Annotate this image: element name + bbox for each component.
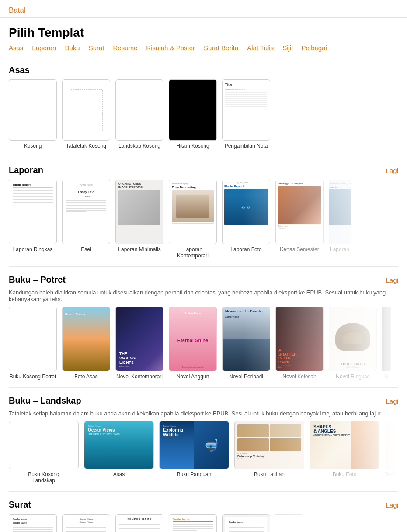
template-novel-anggun[interactable]: Tap or click to add a subtitle Author Na… [169, 307, 217, 380]
buku-landskap-section: Buku – Landskap Lagi Tataletak setiap ha… [0, 388, 407, 491]
template-buku-kosong-potret[interactable]: Buku Kosong Potret [9, 307, 57, 380]
template-landskap-kosong[interactable]: Landskap Kosong [115, 79, 163, 149]
laporan-minimalis-thumb: ORGANIC FORMSIN ARCHITECTURE [115, 180, 163, 244]
template-surat-sender[interactable]: SENDER NAME Sender Name [115, 514, 163, 532]
template-pengambilan-nota[interactable]: Title Wednesday, Nov 15 2011 Pengambilan… [222, 79, 270, 149]
template-buku-partial[interactable]: N [382, 307, 391, 380]
surat-elegance-thumb: Sender NameSender Name [62, 514, 110, 532]
buku-latihan-label: Buku Latihan [254, 471, 285, 477]
template-buku-foto[interactable]: SHAPES& ANGLES ARCHITECTURAL PHOTOGRAPHY… [310, 421, 379, 484]
template-novel-kontemporari[interactable]: THEWAKINGLIGHTS Author Name Novel Kontem… [115, 307, 163, 380]
asas-section-title: Asas [9, 65, 30, 75]
template-buku-asas[interactable]: Author Name Ocean Views Highlights From … [84, 421, 154, 484]
laporan-ringkas-thumb: Simple Report [9, 180, 57, 244]
template-surat-elegance[interactable]: Sender NameSender Name Elegance [62, 514, 110, 532]
template-laporan-kontemporari[interactable]: Simple Home Styling Easy Decorating Lapo… [169, 180, 217, 259]
surat-orange-thumb: Sender Name [169, 514, 217, 532]
nav-risalah[interactable]: Risalah & Poster [146, 44, 195, 52]
template-novel-ringkas[interactable]: A Book of THREE TALES AUTHOR NAME Novel … [329, 307, 377, 380]
buku-partial-label: N [385, 373, 389, 380]
template-hitam-kosong[interactable]: Hitam Kosong [169, 79, 217, 149]
buku-potret-subtitle: Kandungan boleh dialirkan semula untuk d… [9, 289, 398, 302]
laporan-kontemporari-thumb: Simple Home Styling Easy Decorating [169, 180, 217, 244]
template-surat-minimal[interactable]: Sender Name Minimal [222, 514, 270, 532]
buku-foto-thumb: SHAPES& ANGLES ARCHITECTURAL PHOTOGRAPHY [310, 421, 379, 469]
template-laporan-foto[interactable]: Author Name — April 04, 0000 Photo Repor… [222, 180, 270, 259]
pengambilan-nota-label: Pengambilan Nota [225, 143, 268, 149]
novel-kontemporari-thumb: THEWAKINGLIGHTS Author Name [115, 307, 163, 371]
template-resipi-partial[interactable]: Resipi [385, 421, 398, 484]
surat-section: Surat Lagi Sender Name Sender Name Asas [0, 492, 407, 532]
foto-asas-thumb: Author Name Desert Dunes [62, 307, 110, 371]
novel-anggun-label: Novel Anggun [177, 373, 209, 380]
laporan-foto-thumb: Author Name — April 04, 0000 Photo Repor… [222, 180, 270, 244]
template-novel-kelesah[interactable]: ASHATTERIN THEDARK AUTHOR NAME Action No… [275, 307, 324, 380]
nota-thumb: Title Wednesday, Nov 15 2011 [222, 79, 270, 141]
buku-potret-section: Buku – Potret Lagi Kandungan boleh diali… [0, 267, 407, 387]
resipi-partial-thumb [385, 421, 398, 469]
landskap-thumb [115, 79, 163, 141]
laporan-partial-label: Laporan [330, 246, 349, 252]
novel-peribadi-label: Novel Peribadi [229, 373, 263, 380]
buku-potret-title: Buku – Potret [9, 275, 66, 285]
template-kertas-semester[interactable]: Geology 101 Report Author NameFall 2014 … [275, 180, 324, 259]
template-laporan-ringkas[interactable]: Simple Report Laporan Ringkas [9, 180, 57, 259]
novel-kontemporari-label: Novel Kontemporari [116, 373, 163, 380]
template-laporan-partial[interactable]: Author Name — Olmsted, 1995 A Voyage to … [329, 180, 351, 259]
surat-classic-thumb: Sender Name [275, 514, 302, 532]
buku-kosong-landskap-label: Buku Kosong Landskap [20, 471, 68, 484]
asas-section: Asas Kosong Tataletak Kosong Landskap Ko… [0, 57, 407, 157]
nav-buku[interactable]: Buku [65, 44, 80, 52]
template-esei[interactable]: Author Name Essay Title Subtitle Esei [62, 180, 110, 259]
buku-latihan-thumb: BCM Edition Bakeshop Training The Basics [234, 421, 304, 469]
laporan-templates-row: Simple Report Laporan Ringkas Author Nam… [9, 180, 398, 262]
surat-section-title: Surat [9, 500, 31, 510]
nav-asas[interactable]: Asas [9, 44, 23, 52]
hitam-thumb [169, 79, 217, 141]
laporan-minimalis-label: Laporan Minimalis [118, 246, 160, 252]
template-laporan-minimalis[interactable]: ORGANIC FORMSIN ARCHITECTURE Laporan Min… [115, 180, 163, 259]
esei-thumb: Author Name Essay Title Subtitle [62, 180, 110, 244]
template-surat-asas[interactable]: Sender Name Sender Name Asas [9, 514, 57, 532]
template-buku-panduan[interactable]: Author Name ExploringWildlife 🤿 Buku Pan… [159, 421, 229, 484]
surat-sender-thumb: SENDER NAME [115, 514, 163, 532]
buku-potret-more[interactable]: Lagi [386, 276, 398, 284]
tataletak-kosong-label: Tataletak Kosong [66, 143, 106, 149]
cancel-button[interactable]: Batal [9, 6, 26, 15]
template-surat-orange[interactable]: Sender Name Orange [169, 514, 217, 532]
buku-asas-thumb: Author Name Ocean Views Highlights From … [84, 421, 154, 469]
foto-asas-label: Foto Asas [74, 373, 97, 380]
nav-pelbagai[interactable]: Pelbagai [301, 44, 327, 52]
laporan-section: Laporan Lagi Simple Report Laporan Ringk… [0, 157, 407, 266]
nav-resume[interactable]: Resume [113, 44, 137, 52]
novel-kelesah-label: Novel Kelesah [282, 373, 316, 380]
novel-ringkas-thumb: A Book of THREE TALES AUTHOR NAME [329, 307, 377, 371]
template-buku-kosong-landskap[interactable]: Buku Kosong Landskap [9, 421, 79, 484]
buku-landskap-title: Buku – Landskap [9, 396, 81, 406]
buku-kosong-landskap-thumb [9, 421, 79, 469]
buku-potret-templates-row: Buku Kosong Potret Author Name Desert Du… [9, 307, 398, 383]
nav-sijil[interactable]: Sijil [282, 44, 292, 52]
asas-templates-row: Kosong Tataletak Kosong Landskap Kosong … [9, 79, 398, 152]
nav-alat-tulis[interactable]: Alat Tulis [247, 44, 274, 52]
template-foto-asas[interactable]: Author Name Desert Dunes Foto Asas [62, 307, 110, 380]
surat-more[interactable]: Lagi [386, 501, 398, 509]
novel-anggun-thumb: Tap or click to add a subtitle Author Na… [169, 307, 217, 371]
hitam-kosong-label: Hitam Kosong [176, 143, 209, 149]
template-novel-peribadi[interactable]: Memories of a Traveler Author Name Novel… [222, 307, 270, 380]
nav-laporan[interactable]: Laporan [32, 44, 56, 52]
nav-surat-berita[interactable]: Surat Berita [204, 44, 238, 52]
buku-kosong-potret-label: Buku Kosong Potret [10, 373, 56, 380]
kosong-thumb [9, 79, 57, 141]
template-surat-classic[interactable]: Sender Name Classic [275, 514, 302, 532]
template-kosong[interactable]: Kosong [9, 79, 57, 149]
buku-landskap-more[interactable]: Lagi [386, 397, 398, 405]
esei-label: Esei [81, 246, 91, 252]
template-tataletak-kosong[interactable]: Tataletak Kosong [62, 79, 110, 149]
surat-templates-row: Sender Name Sender Name Asas Sender Name… [9, 514, 398, 532]
kosong-label: Kosong [24, 143, 42, 149]
template-buku-latihan[interactable]: BCM Edition Bakeshop Training The Basics… [234, 421, 304, 484]
buku-kosong-potret-thumb [9, 307, 57, 371]
laporan-more[interactable]: Lagi [386, 167, 398, 174]
nav-surat[interactable]: Surat [89, 44, 104, 52]
